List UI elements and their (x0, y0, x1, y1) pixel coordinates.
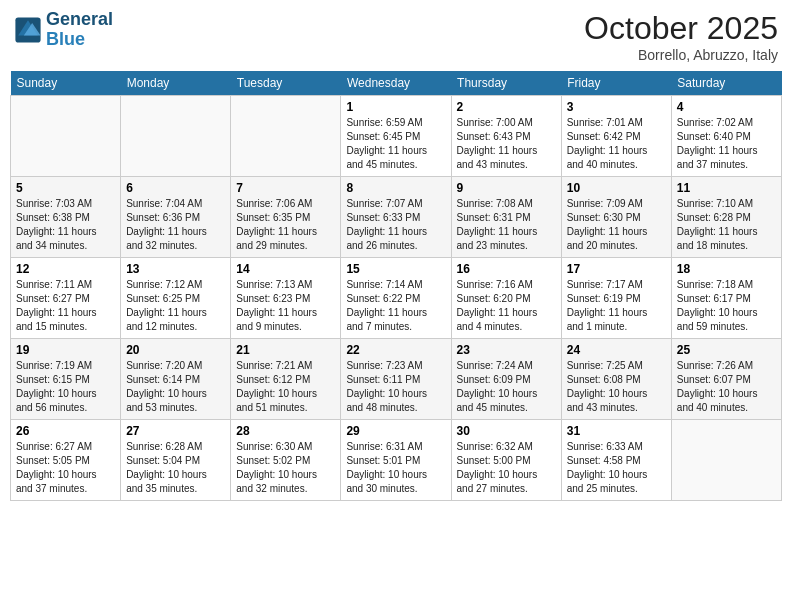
calendar-cell: 22Sunrise: 7:23 AM Sunset: 6:11 PM Dayli… (341, 339, 451, 420)
day-headers: SundayMondayTuesdayWednesdayThursdayFrid… (11, 71, 782, 96)
day-number: 31 (567, 424, 666, 438)
day-number: 25 (677, 343, 776, 357)
day-info: Sunrise: 6:33 AM Sunset: 4:58 PM Dayligh… (567, 440, 666, 496)
day-info: Sunrise: 7:17 AM Sunset: 6:19 PM Dayligh… (567, 278, 666, 334)
day-number: 19 (16, 343, 115, 357)
day-info: Sunrise: 6:28 AM Sunset: 5:04 PM Dayligh… (126, 440, 225, 496)
day-number: 2 (457, 100, 556, 114)
day-number: 23 (457, 343, 556, 357)
day-info: Sunrise: 7:06 AM Sunset: 6:35 PM Dayligh… (236, 197, 335, 253)
day-info: Sunrise: 7:11 AM Sunset: 6:27 PM Dayligh… (16, 278, 115, 334)
day-number: 26 (16, 424, 115, 438)
day-number: 3 (567, 100, 666, 114)
day-info: Sunrise: 7:04 AM Sunset: 6:36 PM Dayligh… (126, 197, 225, 253)
calendar-cell: 25Sunrise: 7:26 AM Sunset: 6:07 PM Dayli… (671, 339, 781, 420)
day-header-wednesday: Wednesday (341, 71, 451, 96)
day-number: 4 (677, 100, 776, 114)
day-number: 16 (457, 262, 556, 276)
day-info: Sunrise: 7:20 AM Sunset: 6:14 PM Dayligh… (126, 359, 225, 415)
calendar-week-4: 19Sunrise: 7:19 AM Sunset: 6:15 PM Dayli… (11, 339, 782, 420)
calendar-cell: 14Sunrise: 7:13 AM Sunset: 6:23 PM Dayli… (231, 258, 341, 339)
calendar-cell: 17Sunrise: 7:17 AM Sunset: 6:19 PM Dayli… (561, 258, 671, 339)
day-info: Sunrise: 7:02 AM Sunset: 6:40 PM Dayligh… (677, 116, 776, 172)
calendar-cell: 31Sunrise: 6:33 AM Sunset: 4:58 PM Dayli… (561, 420, 671, 501)
calendar-cell: 11Sunrise: 7:10 AM Sunset: 6:28 PM Dayli… (671, 177, 781, 258)
day-info: Sunrise: 7:09 AM Sunset: 6:30 PM Dayligh… (567, 197, 666, 253)
day-number: 22 (346, 343, 445, 357)
day-number: 24 (567, 343, 666, 357)
day-header-friday: Friday (561, 71, 671, 96)
day-number: 21 (236, 343, 335, 357)
calendar-cell: 21Sunrise: 7:21 AM Sunset: 6:12 PM Dayli… (231, 339, 341, 420)
day-header-tuesday: Tuesday (231, 71, 341, 96)
calendar-cell: 28Sunrise: 6:30 AM Sunset: 5:02 PM Dayli… (231, 420, 341, 501)
day-info: Sunrise: 7:01 AM Sunset: 6:42 PM Dayligh… (567, 116, 666, 172)
calendar-cell: 1Sunrise: 6:59 AM Sunset: 6:45 PM Daylig… (341, 96, 451, 177)
calendar-cell: 20Sunrise: 7:20 AM Sunset: 6:14 PM Dayli… (121, 339, 231, 420)
calendar-cell: 27Sunrise: 6:28 AM Sunset: 5:04 PM Dayli… (121, 420, 231, 501)
day-info: Sunrise: 7:08 AM Sunset: 6:31 PM Dayligh… (457, 197, 556, 253)
day-info: Sunrise: 7:13 AM Sunset: 6:23 PM Dayligh… (236, 278, 335, 334)
day-number: 18 (677, 262, 776, 276)
calendar-cell: 29Sunrise: 6:31 AM Sunset: 5:01 PM Dayli… (341, 420, 451, 501)
calendar-cell: 24Sunrise: 7:25 AM Sunset: 6:08 PM Dayli… (561, 339, 671, 420)
calendar-cell: 12Sunrise: 7:11 AM Sunset: 6:27 PM Dayli… (11, 258, 121, 339)
calendar-cell: 16Sunrise: 7:16 AM Sunset: 6:20 PM Dayli… (451, 258, 561, 339)
day-number: 30 (457, 424, 556, 438)
day-header-monday: Monday (121, 71, 231, 96)
day-info: Sunrise: 7:16 AM Sunset: 6:20 PM Dayligh… (457, 278, 556, 334)
day-header-saturday: Saturday (671, 71, 781, 96)
day-info: Sunrise: 7:07 AM Sunset: 6:33 PM Dayligh… (346, 197, 445, 253)
calendar-cell: 23Sunrise: 7:24 AM Sunset: 6:09 PM Dayli… (451, 339, 561, 420)
day-info: Sunrise: 7:25 AM Sunset: 6:08 PM Dayligh… (567, 359, 666, 415)
day-number: 29 (346, 424, 445, 438)
calendar-cell: 30Sunrise: 6:32 AM Sunset: 5:00 PM Dayli… (451, 420, 561, 501)
calendar-cell: 26Sunrise: 6:27 AM Sunset: 5:05 PM Dayli… (11, 420, 121, 501)
day-info: Sunrise: 7:14 AM Sunset: 6:22 PM Dayligh… (346, 278, 445, 334)
day-info: Sunrise: 6:32 AM Sunset: 5:00 PM Dayligh… (457, 440, 556, 496)
day-info: Sunrise: 7:12 AM Sunset: 6:25 PM Dayligh… (126, 278, 225, 334)
day-number: 27 (126, 424, 225, 438)
day-info: Sunrise: 7:19 AM Sunset: 6:15 PM Dayligh… (16, 359, 115, 415)
calendar-cell (671, 420, 781, 501)
logo: General Blue (14, 10, 113, 50)
calendar-week-2: 5Sunrise: 7:03 AM Sunset: 6:38 PM Daylig… (11, 177, 782, 258)
day-info: Sunrise: 7:18 AM Sunset: 6:17 PM Dayligh… (677, 278, 776, 334)
calendar-cell (231, 96, 341, 177)
calendar-cell: 3Sunrise: 7:01 AM Sunset: 6:42 PM Daylig… (561, 96, 671, 177)
day-number: 28 (236, 424, 335, 438)
day-info: Sunrise: 7:10 AM Sunset: 6:28 PM Dayligh… (677, 197, 776, 253)
day-number: 5 (16, 181, 115, 195)
calendar-cell: 4Sunrise: 7:02 AM Sunset: 6:40 PM Daylig… (671, 96, 781, 177)
logo-text: General Blue (46, 10, 113, 50)
calendar-cell: 19Sunrise: 7:19 AM Sunset: 6:15 PM Dayli… (11, 339, 121, 420)
day-number: 12 (16, 262, 115, 276)
calendar-cell: 5Sunrise: 7:03 AM Sunset: 6:38 PM Daylig… (11, 177, 121, 258)
title-block: October 2025 Borrello, Abruzzo, Italy (584, 10, 778, 63)
day-info: Sunrise: 7:21 AM Sunset: 6:12 PM Dayligh… (236, 359, 335, 415)
day-number: 17 (567, 262, 666, 276)
month-title: October 2025 (584, 10, 778, 47)
calendar-week-1: 1Sunrise: 6:59 AM Sunset: 6:45 PM Daylig… (11, 96, 782, 177)
day-info: Sunrise: 6:31 AM Sunset: 5:01 PM Dayligh… (346, 440, 445, 496)
day-info: Sunrise: 6:59 AM Sunset: 6:45 PM Dayligh… (346, 116, 445, 172)
calendar-cell: 10Sunrise: 7:09 AM Sunset: 6:30 PM Dayli… (561, 177, 671, 258)
day-info: Sunrise: 7:24 AM Sunset: 6:09 PM Dayligh… (457, 359, 556, 415)
calendar-cell (121, 96, 231, 177)
logo-icon (14, 16, 42, 44)
day-info: Sunrise: 6:27 AM Sunset: 5:05 PM Dayligh… (16, 440, 115, 496)
day-number: 6 (126, 181, 225, 195)
day-number: 11 (677, 181, 776, 195)
calendar-cell: 2Sunrise: 7:00 AM Sunset: 6:43 PM Daylig… (451, 96, 561, 177)
day-number: 9 (457, 181, 556, 195)
calendar-page: General Blue October 2025 Borrello, Abru… (0, 0, 792, 511)
calendar-cell: 9Sunrise: 7:08 AM Sunset: 6:31 PM Daylig… (451, 177, 561, 258)
day-number: 7 (236, 181, 335, 195)
day-number: 8 (346, 181, 445, 195)
day-info: Sunrise: 7:00 AM Sunset: 6:43 PM Dayligh… (457, 116, 556, 172)
day-header-thursday: Thursday (451, 71, 561, 96)
calendar-cell: 13Sunrise: 7:12 AM Sunset: 6:25 PM Dayli… (121, 258, 231, 339)
calendar-cell: 6Sunrise: 7:04 AM Sunset: 6:36 PM Daylig… (121, 177, 231, 258)
calendar-cell: 8Sunrise: 7:07 AM Sunset: 6:33 PM Daylig… (341, 177, 451, 258)
day-header-sunday: Sunday (11, 71, 121, 96)
